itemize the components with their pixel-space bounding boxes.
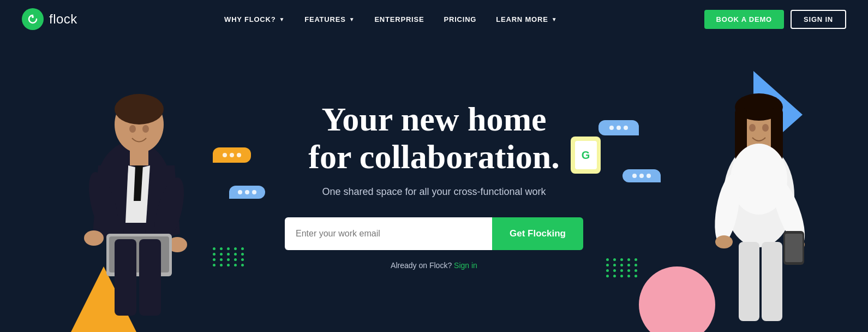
- chat-bubble-right-2: [622, 169, 661, 182]
- nav-learn-more[interactable]: LEARN MORE ▼: [488, 11, 565, 28]
- person-left-image: [55, 70, 213, 332]
- sign-in-button[interactable]: SIGN IN: [791, 10, 846, 29]
- svg-point-11: [84, 230, 104, 246]
- logo-text: flock: [49, 11, 77, 27]
- chat-bubble-right-1: [598, 120, 639, 135]
- chevron-down-icon: ▼: [349, 16, 355, 22]
- signin-link[interactable]: Sign in: [454, 261, 477, 270]
- navbar: flock WHY FLOCK? ▼ FEATURES ▼ ENTERPRISE…: [0, 0, 868, 38]
- nav-enterprise[interactable]: ENTERPRISE: [367, 11, 432, 28]
- dot-grid-left: [213, 247, 246, 266]
- svg-point-28: [715, 235, 733, 248]
- svg-point-0: [32, 16, 34, 18]
- chevron-down-icon: ▼: [552, 16, 558, 22]
- chat-bubble-left-1: [213, 147, 251, 163]
- svg-rect-15: [115, 239, 136, 316]
- logo-area: flock: [22, 8, 77, 30]
- svg-rect-33: [762, 242, 782, 321]
- nav-why-flock[interactable]: WHY FLOCK? ▼: [217, 11, 292, 28]
- navbar-actions: BOOK A DEMO SIGN IN: [704, 10, 846, 29]
- nav-pricing[interactable]: PRICING: [436, 11, 484, 28]
- svg-point-3: [115, 94, 164, 124]
- hero-content: Your new home for collaboration. One sha…: [285, 100, 583, 269]
- dot-grid-right: [606, 258, 639, 277]
- chat-bubble-left-2: [229, 186, 265, 199]
- get-flocking-button[interactable]: Get Flocking: [492, 217, 583, 250]
- hero-subtitle: One shared space for all your cross-func…: [285, 186, 583, 198]
- svg-point-34: [749, 124, 756, 132]
- book-demo-button[interactable]: BOOK A DEMO: [704, 10, 784, 29]
- svg-rect-4: [130, 149, 148, 165]
- signup-form: Get Flocking: [285, 217, 583, 250]
- svg-rect-32: [739, 242, 759, 321]
- person-right-image: [683, 70, 835, 332]
- svg-point-35: [762, 124, 769, 132]
- hero-section: G: [0, 38, 868, 332]
- logo-icon[interactable]: [22, 8, 44, 30]
- svg-point-18: [142, 125, 149, 133]
- hero-title: Your new home for collaboration.: [285, 100, 583, 175]
- email-input[interactable]: [285, 217, 492, 250]
- signin-prompt: Already on Flock? Sign in: [285, 261, 583, 270]
- svg-rect-31: [785, 234, 803, 262]
- svg-rect-16: [139, 239, 161, 316]
- chevron-down-icon: ▼: [279, 16, 285, 22]
- svg-point-17: [129, 125, 136, 133]
- nav-features[interactable]: FEATURES ▼: [297, 11, 362, 28]
- nav-menu: WHY FLOCK? ▼ FEATURES ▼ ENTERPRISE PRICI…: [217, 11, 565, 28]
